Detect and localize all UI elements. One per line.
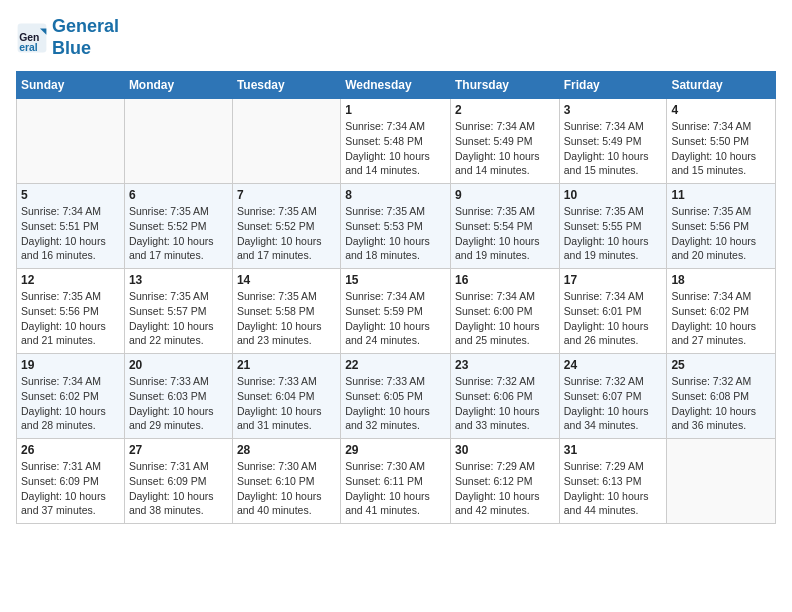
day-number: 2	[455, 103, 555, 117]
day-info: Sunrise: 7:29 AMSunset: 6:12 PMDaylight:…	[455, 459, 555, 518]
day-info: Sunrise: 7:29 AMSunset: 6:13 PMDaylight:…	[564, 459, 663, 518]
calendar-cell: 9 Sunrise: 7:35 AMSunset: 5:54 PMDayligh…	[450, 184, 559, 269]
day-number: 11	[671, 188, 771, 202]
day-info: Sunrise: 7:34 AMSunset: 6:02 PMDaylight:…	[21, 374, 120, 433]
day-info: Sunrise: 7:34 AMSunset: 5:49 PMDaylight:…	[564, 119, 663, 178]
calendar-cell: 26 Sunrise: 7:31 AMSunset: 6:09 PMDaylig…	[17, 439, 125, 524]
day-number: 12	[21, 273, 120, 287]
day-info: Sunrise: 7:34 AMSunset: 5:48 PMDaylight:…	[345, 119, 446, 178]
day-info: Sunrise: 7:35 AMSunset: 5:56 PMDaylight:…	[671, 204, 771, 263]
calendar-week-row: 1 Sunrise: 7:34 AMSunset: 5:48 PMDayligh…	[17, 99, 776, 184]
calendar-week-row: 26 Sunrise: 7:31 AMSunset: 6:09 PMDaylig…	[17, 439, 776, 524]
calendar-cell	[232, 99, 340, 184]
calendar-cell: 14 Sunrise: 7:35 AMSunset: 5:58 PMDaylig…	[232, 269, 340, 354]
calendar-cell: 25 Sunrise: 7:32 AMSunset: 6:08 PMDaylig…	[667, 354, 776, 439]
calendar-cell: 31 Sunrise: 7:29 AMSunset: 6:13 PMDaylig…	[559, 439, 667, 524]
calendar-cell: 11 Sunrise: 7:35 AMSunset: 5:56 PMDaylig…	[667, 184, 776, 269]
day-number: 15	[345, 273, 446, 287]
calendar-cell: 8 Sunrise: 7:35 AMSunset: 5:53 PMDayligh…	[341, 184, 451, 269]
day-number: 21	[237, 358, 336, 372]
logo-icon: Gen eral	[16, 22, 48, 54]
calendar-cell: 21 Sunrise: 7:33 AMSunset: 6:04 PMDaylig…	[232, 354, 340, 439]
calendar-week-row: 5 Sunrise: 7:34 AMSunset: 5:51 PMDayligh…	[17, 184, 776, 269]
day-number: 19	[21, 358, 120, 372]
calendar-cell: 1 Sunrise: 7:34 AMSunset: 5:48 PMDayligh…	[341, 99, 451, 184]
day-number: 17	[564, 273, 663, 287]
day-info: Sunrise: 7:30 AMSunset: 6:10 PMDaylight:…	[237, 459, 336, 518]
day-info: Sunrise: 7:34 AMSunset: 6:00 PMDaylight:…	[455, 289, 555, 348]
header-friday: Friday	[559, 72, 667, 99]
day-info: Sunrise: 7:34 AMSunset: 5:59 PMDaylight:…	[345, 289, 446, 348]
day-info: Sunrise: 7:32 AMSunset: 6:06 PMDaylight:…	[455, 374, 555, 433]
calendar-cell: 12 Sunrise: 7:35 AMSunset: 5:56 PMDaylig…	[17, 269, 125, 354]
calendar-cell: 22 Sunrise: 7:33 AMSunset: 6:05 PMDaylig…	[341, 354, 451, 439]
calendar-table: SundayMondayTuesdayWednesdayThursdayFrid…	[16, 71, 776, 524]
calendar-cell: 7 Sunrise: 7:35 AMSunset: 5:52 PMDayligh…	[232, 184, 340, 269]
calendar-cell: 2 Sunrise: 7:34 AMSunset: 5:49 PMDayligh…	[450, 99, 559, 184]
day-info: Sunrise: 7:35 AMSunset: 5:58 PMDaylight:…	[237, 289, 336, 348]
svg-text:eral: eral	[19, 41, 38, 52]
day-info: Sunrise: 7:34 AMSunset: 6:01 PMDaylight:…	[564, 289, 663, 348]
calendar-cell: 27 Sunrise: 7:31 AMSunset: 6:09 PMDaylig…	[124, 439, 232, 524]
logo: Gen eral GeneralBlue	[16, 16, 119, 59]
day-info: Sunrise: 7:33 AMSunset: 6:04 PMDaylight:…	[237, 374, 336, 433]
day-info: Sunrise: 7:32 AMSunset: 6:08 PMDaylight:…	[671, 374, 771, 433]
day-number: 5	[21, 188, 120, 202]
calendar-cell: 6 Sunrise: 7:35 AMSunset: 5:52 PMDayligh…	[124, 184, 232, 269]
calendar-cell	[667, 439, 776, 524]
day-number: 31	[564, 443, 663, 457]
day-number: 22	[345, 358, 446, 372]
day-number: 27	[129, 443, 228, 457]
day-number: 24	[564, 358, 663, 372]
logo-text: GeneralBlue	[52, 16, 119, 59]
day-number: 14	[237, 273, 336, 287]
calendar-cell: 3 Sunrise: 7:34 AMSunset: 5:49 PMDayligh…	[559, 99, 667, 184]
calendar-cell: 20 Sunrise: 7:33 AMSunset: 6:03 PMDaylig…	[124, 354, 232, 439]
header-thursday: Thursday	[450, 72, 559, 99]
day-info: Sunrise: 7:35 AMSunset: 5:57 PMDaylight:…	[129, 289, 228, 348]
day-info: Sunrise: 7:31 AMSunset: 6:09 PMDaylight:…	[129, 459, 228, 518]
header-sunday: Sunday	[17, 72, 125, 99]
day-info: Sunrise: 7:35 AMSunset: 5:54 PMDaylight:…	[455, 204, 555, 263]
day-info: Sunrise: 7:34 AMSunset: 6:02 PMDaylight:…	[671, 289, 771, 348]
day-number: 9	[455, 188, 555, 202]
day-number: 20	[129, 358, 228, 372]
day-number: 13	[129, 273, 228, 287]
calendar-cell: 13 Sunrise: 7:35 AMSunset: 5:57 PMDaylig…	[124, 269, 232, 354]
day-number: 26	[21, 443, 120, 457]
calendar-cell: 15 Sunrise: 7:34 AMSunset: 5:59 PMDaylig…	[341, 269, 451, 354]
calendar-cell: 23 Sunrise: 7:32 AMSunset: 6:06 PMDaylig…	[450, 354, 559, 439]
header-saturday: Saturday	[667, 72, 776, 99]
calendar-cell: 5 Sunrise: 7:34 AMSunset: 5:51 PMDayligh…	[17, 184, 125, 269]
calendar-cell: 28 Sunrise: 7:30 AMSunset: 6:10 PMDaylig…	[232, 439, 340, 524]
calendar-cell: 29 Sunrise: 7:30 AMSunset: 6:11 PMDaylig…	[341, 439, 451, 524]
calendar-cell: 18 Sunrise: 7:34 AMSunset: 6:02 PMDaylig…	[667, 269, 776, 354]
day-number: 29	[345, 443, 446, 457]
day-info: Sunrise: 7:35 AMSunset: 5:55 PMDaylight:…	[564, 204, 663, 263]
calendar-week-row: 12 Sunrise: 7:35 AMSunset: 5:56 PMDaylig…	[17, 269, 776, 354]
day-info: Sunrise: 7:32 AMSunset: 6:07 PMDaylight:…	[564, 374, 663, 433]
day-number: 10	[564, 188, 663, 202]
day-number: 8	[345, 188, 446, 202]
day-number: 30	[455, 443, 555, 457]
header-monday: Monday	[124, 72, 232, 99]
calendar-cell: 17 Sunrise: 7:34 AMSunset: 6:01 PMDaylig…	[559, 269, 667, 354]
day-number: 16	[455, 273, 555, 287]
day-info: Sunrise: 7:34 AMSunset: 5:49 PMDaylight:…	[455, 119, 555, 178]
header-wednesday: Wednesday	[341, 72, 451, 99]
calendar-cell: 10 Sunrise: 7:35 AMSunset: 5:55 PMDaylig…	[559, 184, 667, 269]
header-tuesday: Tuesday	[232, 72, 340, 99]
calendar-cell: 30 Sunrise: 7:29 AMSunset: 6:12 PMDaylig…	[450, 439, 559, 524]
day-number: 18	[671, 273, 771, 287]
calendar-cell: 19 Sunrise: 7:34 AMSunset: 6:02 PMDaylig…	[17, 354, 125, 439]
day-info: Sunrise: 7:35 AMSunset: 5:56 PMDaylight:…	[21, 289, 120, 348]
day-info: Sunrise: 7:34 AMSunset: 5:51 PMDaylight:…	[21, 204, 120, 263]
day-number: 25	[671, 358, 771, 372]
calendar-cell: 24 Sunrise: 7:32 AMSunset: 6:07 PMDaylig…	[559, 354, 667, 439]
day-number: 3	[564, 103, 663, 117]
calendar-cell: 16 Sunrise: 7:34 AMSunset: 6:00 PMDaylig…	[450, 269, 559, 354]
calendar-header-row: SundayMondayTuesdayWednesdayThursdayFrid…	[17, 72, 776, 99]
day-number: 23	[455, 358, 555, 372]
calendar-cell	[17, 99, 125, 184]
day-number: 4	[671, 103, 771, 117]
